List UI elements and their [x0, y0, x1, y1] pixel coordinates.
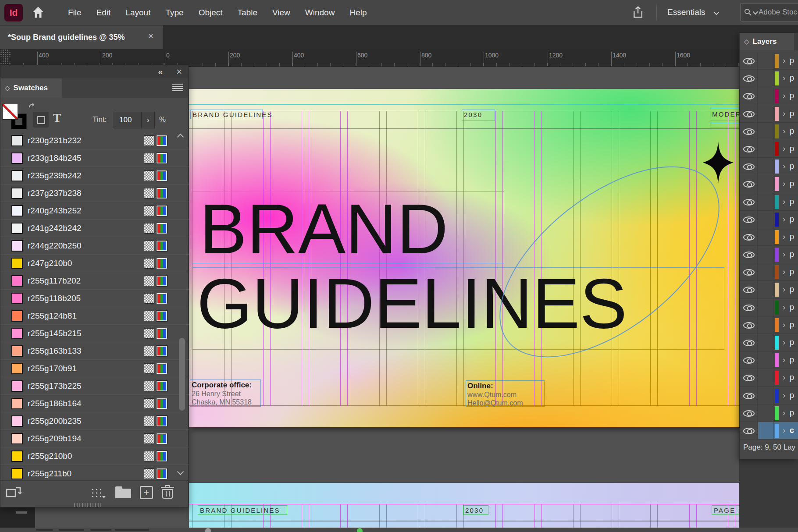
- close-panel-icon[interactable]: ×: [176, 66, 182, 78]
- visibility-eye-icon[interactable]: [743, 93, 755, 99]
- swatch-views-icon[interactable]: [91, 488, 102, 498]
- visibility-eye-icon[interactable]: [743, 428, 755, 434]
- sparkle-star-shape[interactable]: [703, 142, 734, 184]
- menu-layout[interactable]: Layout: [125, 8, 150, 18]
- expand-layer-icon[interactable]: ›: [783, 232, 785, 241]
- home-icon[interactable]: [32, 6, 46, 19]
- visibility-eye-icon[interactable]: [743, 375, 755, 381]
- workspace-switcher[interactable]: Essentials: [667, 7, 718, 17]
- online-frame[interactable]: Online: www.Qtum.com Hello@Qtum.com: [466, 380, 545, 407]
- layer-row[interactable]: ›c: [740, 422, 798, 440]
- swatch-row[interactable]: r255g209b194: [0, 430, 189, 447]
- visibility-eye-icon[interactable]: [743, 128, 755, 135]
- swatch-row[interactable]: r230g231b232: [0, 132, 189, 149]
- panel-menu-icon[interactable]: [172, 84, 183, 92]
- expand-layer-icon[interactable]: ›: [783, 126, 785, 136]
- expand-layer-icon[interactable]: ›: [783, 73, 785, 83]
- visibility-eye-icon[interactable]: [743, 234, 755, 241]
- expand-layer-icon[interactable]: ›: [783, 426, 785, 435]
- header-left-frame[interactable]: BRAND GUIDELINES: [198, 505, 287, 515]
- menu-type[interactable]: Type: [165, 8, 183, 18]
- adobe-stock-search[interactable]: Adobe Stoc: [740, 3, 798, 21]
- header-right-frame[interactable]: PAGE 1: [712, 505, 741, 515]
- close-tab-icon[interactable]: ×: [148, 31, 153, 41]
- collapse-panel-icon[interactable]: «: [158, 67, 163, 77]
- document-page-2[interactable]: BRAND GUIDELINES 2030 PAGE 1: [189, 483, 741, 528]
- swatch-row[interactable]: r233g184b245: [0, 149, 189, 167]
- swatch-row[interactable]: r240g243b252: [0, 202, 189, 220]
- expand-layer-icon[interactable]: ›: [783, 372, 785, 382]
- visibility-eye-icon[interactable]: [743, 393, 755, 399]
- expand-layer-icon[interactable]: ›: [783, 337, 785, 347]
- swatch-row[interactable]: r247g210b0: [0, 255, 189, 272]
- corporate-office-frame[interactable]: Corporate office: 26 Henry Street Chaska…: [190, 379, 261, 407]
- visibility-eye-icon[interactable]: [743, 252, 755, 258]
- layer-row[interactable]: ›p: [740, 175, 798, 193]
- layer-row[interactable]: ›p: [740, 263, 798, 281]
- ellipse-shape[interactable]: [467, 130, 741, 394]
- panel-resize-grip[interactable]: [74, 503, 101, 507]
- expand-layer-icon[interactable]: ›: [783, 390, 785, 400]
- expand-layer-icon[interactable]: ›: [783, 197, 785, 206]
- layer-row[interactable]: ›p: [740, 369, 798, 387]
- panel-title-bar[interactable]: « ×: [0, 65, 188, 78]
- swatch-row[interactable]: r244g220b250: [0, 237, 189, 255]
- layer-row[interactable]: ›p: [740, 211, 798, 228]
- expand-layer-icon[interactable]: ›: [783, 408, 785, 418]
- new-group-folder-icon[interactable]: [115, 489, 131, 498]
- expand-layer-icon[interactable]: ›: [783, 109, 785, 118]
- menu-object[interactable]: Object: [199, 8, 223, 18]
- new-swatch-icon[interactable]: +: [140, 486, 153, 499]
- swatch-row[interactable]: r255g124b81: [0, 307, 189, 325]
- document-page-1[interactable]: BRAND GUIDELINES 2030 MODERN BRAND GUIDE…: [189, 89, 741, 427]
- layer-row[interactable]: ›p: [740, 228, 798, 246]
- swatch-row[interactable]: r255g210b0: [0, 447, 189, 465]
- expand-layer-icon[interactable]: ›: [783, 320, 785, 330]
- swatch-row[interactable]: r235g239b242: [0, 167, 189, 184]
- layer-row[interactable]: ›p: [740, 351, 798, 369]
- layer-row[interactable]: ›p: [740, 140, 798, 158]
- visibility-eye-icon[interactable]: [743, 163, 755, 170]
- swatch-row[interactable]: r255g211b0: [0, 465, 189, 480]
- visibility-eye-icon[interactable]: [743, 199, 755, 206]
- expand-layer-icon[interactable]: ›: [783, 267, 785, 277]
- visibility-eye-icon[interactable]: [743, 216, 755, 223]
- menu-help[interactable]: Help: [349, 8, 367, 18]
- header-right-frame[interactable]: MODERN: [710, 108, 741, 121]
- formatting-affects-container-button[interactable]: [33, 112, 49, 128]
- swap-fill-stroke-icon[interactable]: [28, 103, 36, 110]
- swatch-row[interactable]: r255g186b164: [0, 395, 189, 412]
- indesign-logo[interactable]: Id: [4, 4, 23, 21]
- visibility-eye-icon[interactable]: [743, 410, 755, 417]
- swatch-row[interactable]: r255g170b91: [0, 360, 189, 377]
- layer-row[interactable]: ›p: [740, 158, 798, 175]
- expand-layer-icon[interactable]: ›: [783, 179, 785, 188]
- menu-view[interactable]: View: [272, 8, 290, 18]
- swatch-row[interactable]: r255g118b205: [0, 290, 189, 307]
- expand-layer-icon[interactable]: ›: [783, 161, 785, 171]
- menu-table[interactable]: Table: [238, 8, 257, 18]
- tab-swatches[interactable]: ◇ Swatches: [0, 78, 62, 98]
- tint-value-field[interactable]: 100: [114, 112, 142, 128]
- layer-row[interactable]: ›p: [740, 299, 798, 316]
- visibility-eye-icon[interactable]: [743, 269, 755, 276]
- expand-layer-icon[interactable]: ›: [783, 249, 785, 259]
- layer-row[interactable]: ›p: [740, 316, 798, 334]
- expand-layer-icon[interactable]: ›: [783, 302, 785, 312]
- layer-row[interactable]: ›p: [740, 87, 798, 105]
- visibility-eye-icon[interactable]: [743, 305, 755, 311]
- tint-dropdown-icon[interactable]: ›: [141, 112, 155, 128]
- layer-row[interactable]: ›p: [740, 123, 798, 140]
- layer-row[interactable]: ›p: [740, 404, 798, 422]
- layer-row[interactable]: ›p: [740, 246, 798, 263]
- expand-layer-icon[interactable]: ›: [783, 56, 785, 65]
- layer-row[interactable]: ›p: [740, 334, 798, 351]
- header-left-frame[interactable]: BRAND GUIDELINES: [190, 110, 263, 119]
- visibility-eye-icon[interactable]: [743, 340, 755, 346]
- swatch-exchange-icon[interactable]: [6, 486, 21, 499]
- visibility-eye-icon[interactable]: [743, 357, 755, 364]
- swatch-row[interactable]: r241g242b242: [0, 220, 189, 237]
- tab-layers[interactable]: ◇ Layers: [740, 33, 794, 50]
- visibility-eye-icon[interactable]: [743, 58, 755, 64]
- expand-layer-icon[interactable]: ›: [783, 355, 785, 365]
